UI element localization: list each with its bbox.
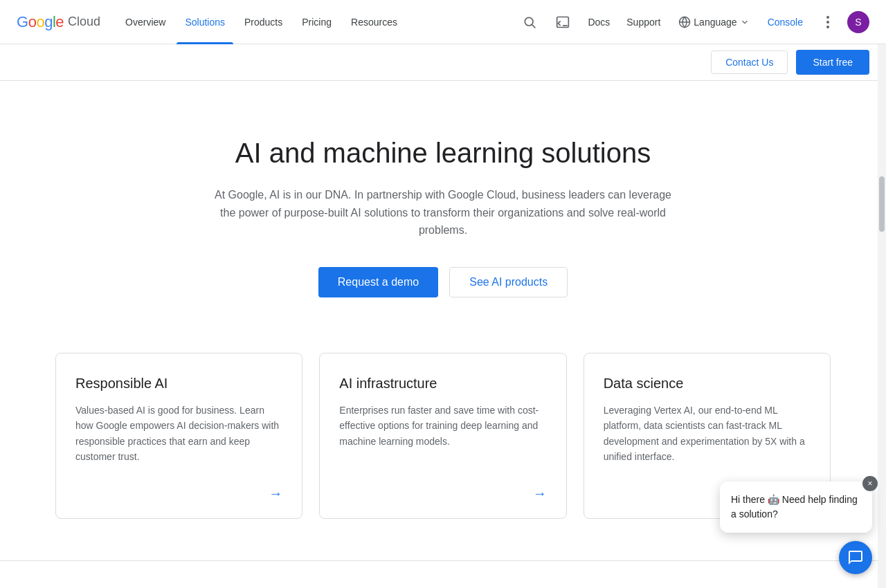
- more-options-icon: [826, 16, 829, 28]
- logo[interactable]: Google Cloud: [17, 13, 100, 31]
- close-icon: ×: [867, 479, 872, 488]
- scrollbar-track[interactable]: [878, 0, 886, 588]
- start-free-button[interactable]: Start free: [796, 50, 869, 75]
- card-title-ai-infrastructure: AI infrastructure: [339, 376, 546, 392]
- card-arrow-ai-infrastructure: →: [339, 486, 546, 502]
- card-arrow-responsible-ai: →: [75, 486, 282, 502]
- card-desc-ai-infrastructure: Enterprises run faster and save time wit…: [339, 403, 546, 469]
- contact-us-button[interactable]: Contact Us: [711, 50, 788, 74]
- google-wordmark: Google: [17, 13, 64, 31]
- card-desc-responsible-ai: Values-based AI is good for business. Le…: [75, 403, 282, 469]
- globe-icon: [678, 16, 691, 28]
- svg-point-0: [525, 17, 534, 26]
- cloud-wordmark: Cloud: [68, 15, 100, 29]
- request-demo-button[interactable]: Request a demo: [318, 267, 438, 297]
- svg-line-1: [532, 24, 536, 28]
- arrow-icon-responsible-ai: →: [269, 486, 282, 502]
- chevron-down-icon: [740, 17, 750, 27]
- hero-title: AI and machine learning solutions: [17, 136, 869, 169]
- card-responsible-ai[interactable]: Responsible AI Values-based AI is good f…: [55, 353, 302, 519]
- nav-solutions[interactable]: Solutions: [177, 11, 233, 33]
- card-ai-infrastructure[interactable]: AI infrastructure Enterprises run faster…: [319, 353, 566, 519]
- hero-buttons: Request a demo See AI products: [17, 267, 869, 297]
- hero-subtitle: At Google, AI is in our DNA. In partners…: [208, 186, 678, 239]
- chat-message: Hi there 🤖 Need help finding a solution?: [731, 494, 858, 520]
- arrow-icon-ai-infrastructure: →: [533, 486, 547, 502]
- support-link[interactable]: Support: [621, 14, 666, 30]
- chat-widget: × Hi there 🤖 Need help finding a solutio…: [720, 481, 872, 574]
- terminal-button[interactable]: [549, 8, 577, 36]
- nav-pricing[interactable]: Pricing: [293, 11, 340, 33]
- search-icon: [523, 15, 536, 29]
- nav-overview[interactable]: Overview: [117, 11, 174, 33]
- nav-products[interactable]: Products: [236, 11, 291, 33]
- see-ai-products-button[interactable]: See AI products: [449, 267, 568, 297]
- card-title-responsible-ai: Responsible AI: [75, 376, 282, 392]
- hero-section: AI and machine learning solutions At Goo…: [0, 81, 886, 339]
- header-right: Docs Support Language Console S: [516, 8, 869, 36]
- card-desc-data-science: Leveraging Vertex AI, our end-to-end ML …: [604, 403, 811, 469]
- chat-close-button[interactable]: ×: [862, 476, 878, 491]
- avatar[interactable]: S: [847, 11, 869, 33]
- language-button[interactable]: Language: [671, 12, 756, 33]
- card-title-data-science: Data science: [604, 376, 811, 392]
- console-link[interactable]: Console: [762, 14, 808, 30]
- nav-resources[interactable]: Resources: [343, 11, 406, 33]
- terminal-icon: [556, 15, 570, 29]
- chat-bubble: × Hi there 🤖 Need help finding a solutio…: [720, 481, 872, 533]
- chat-icon: [847, 549, 864, 566]
- main-nav: Overview Solutions Products Pricing Reso…: [117, 11, 516, 33]
- scrollbar-thumb[interactable]: [879, 176, 885, 232]
- main-header: Google Cloud Overview Solutions Products…: [0, 0, 886, 44]
- more-options-button[interactable]: [814, 8, 842, 36]
- docs-link[interactable]: Docs: [582, 14, 615, 30]
- language-label: Language: [694, 17, 736, 28]
- chat-open-button[interactable]: [839, 541, 872, 574]
- sub-header: Contact Us Start free: [0, 44, 886, 81]
- search-button[interactable]: [516, 8, 543, 36]
